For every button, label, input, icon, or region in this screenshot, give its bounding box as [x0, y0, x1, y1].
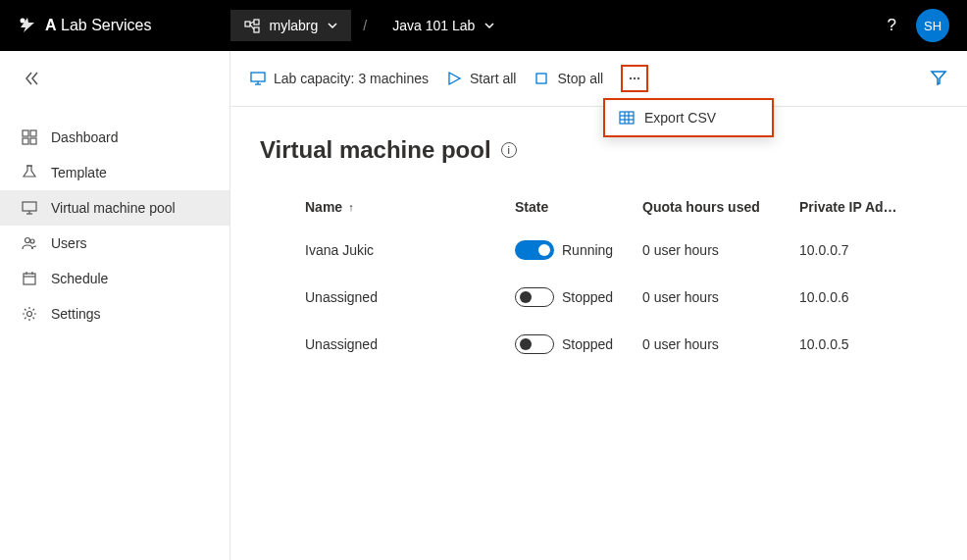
svg-rect-25	[536, 74, 546, 83]
breadcrumb-lab[interactable]: Java 101 Lab	[379, 10, 508, 41]
col-header-state[interactable]: State	[515, 199, 642, 215]
vm-state-cell: Stopped	[515, 287, 642, 307]
svg-point-28	[637, 77, 639, 79]
svg-point-26	[630, 77, 632, 79]
sort-asc-icon: ↑	[348, 201, 354, 213]
svg-point-27	[634, 77, 636, 79]
play-icon	[446, 71, 462, 86]
vm-table: Name ↑ State Quota hours used Private IP…	[260, 187, 938, 368]
svg-rect-9	[30, 138, 36, 144]
help-icon[interactable]: ?	[888, 16, 896, 35]
svg-rect-21	[251, 73, 265, 81]
svg-point-14	[25, 238, 30, 243]
svg-rect-6	[23, 130, 28, 136]
vm-state-cell: Stopped	[515, 334, 642, 354]
lab-capacity-button[interactable]: Lab capacity: 3 machines	[250, 71, 429, 86]
vm-quota: 0 user hours	[642, 289, 799, 305]
header-right: ? SH	[888, 9, 949, 42]
svg-marker-24	[449, 73, 460, 84]
collapse-sidebar-button[interactable]	[0, 59, 229, 102]
table-header: Name ↑ State Quota hours used Private IP…	[260, 187, 938, 227]
vm-name: Ivana Jukic	[260, 242, 515, 258]
sidebar-item-dashboard[interactable]: Dashboard	[0, 120, 229, 155]
chevron-down-icon	[484, 21, 494, 30]
svg-point-15	[30, 239, 34, 243]
svg-rect-2	[254, 20, 259, 25]
vm-toggle[interactable]	[515, 287, 554, 307]
svg-line-4	[250, 22, 254, 24]
page-title: Virtual machine pool i	[260, 136, 938, 164]
sidebar-item-settings[interactable]: Settings	[0, 296, 229, 331]
filter-icon	[930, 69, 947, 86]
vm-name: Unassigned	[260, 289, 515, 305]
vm-name: Unassigned	[260, 336, 515, 352]
sidebar-item-schedule[interactable]: Schedule	[0, 261, 229, 296]
sidebar-item-label: Dashboard	[51, 129, 119, 145]
sidebar-item-label: Virtual machine pool	[51, 200, 176, 216]
sidebar-item-label: Schedule	[51, 271, 108, 286]
svg-rect-30	[620, 112, 634, 124]
azure-icon	[18, 16, 37, 35]
col-header-quota[interactable]: Quota hours used	[642, 199, 799, 215]
monitor-icon	[250, 71, 266, 86]
vm-ip: 10.0.0.5	[799, 336, 938, 352]
breadcrumb-resource-group[interactable]: mylabrg	[230, 10, 352, 41]
sidebar-item-template[interactable]: Template	[0, 155, 229, 190]
start-all-button[interactable]: Start all	[446, 71, 516, 86]
table-row: Unassigned Stopped 0 user hours 10.0.0.6	[260, 274, 938, 321]
svg-point-20	[27, 312, 32, 317]
svg-point-0	[21, 19, 25, 24]
sidebar: Dashboard Template Virtual machine pool …	[0, 51, 230, 560]
content-area: Lab capacity: 3 machines Start all Stop …	[230, 51, 967, 560]
avatar[interactable]: SH	[916, 9, 949, 42]
context-menu: Export CSV	[603, 98, 774, 137]
resource-group-icon	[244, 18, 260, 33]
vm-quota: 0 user hours	[642, 242, 799, 258]
vm-ip: 10.0.0.7	[799, 242, 938, 258]
table-row: Ivana Jukic Running 0 user hours 10.0.0.…	[260, 227, 938, 274]
template-icon	[22, 165, 37, 180]
app-logo[interactable]: A Lab Services	[18, 16, 152, 35]
filter-button[interactable]	[930, 69, 947, 89]
export-csv-button[interactable]: Export CSV	[605, 100, 772, 135]
sidebar-item-label: Users	[51, 235, 87, 251]
svg-line-5	[250, 25, 254, 29]
sidebar-item-vmpool[interactable]: Virtual machine pool	[0, 190, 229, 226]
vm-toggle[interactable]	[515, 240, 554, 260]
vm-toggle[interactable]	[515, 334, 554, 354]
schedule-icon	[22, 271, 37, 286]
sidebar-item-users[interactable]: Users	[0, 226, 229, 261]
main-layout: Dashboard Template Virtual machine pool …	[0, 51, 967, 560]
svg-rect-3	[254, 27, 259, 32]
export-icon	[619, 110, 635, 126]
vm-ip: 10.0.0.6	[799, 289, 938, 305]
svg-rect-8	[23, 138, 28, 144]
svg-rect-7	[30, 130, 36, 136]
nav-list: Dashboard Template Virtual machine pool …	[0, 120, 229, 331]
app-header: A Lab Services mylabrg / Java 101 Lab ? …	[0, 0, 967, 51]
breadcrumb: mylabrg / Java 101 Lab	[230, 10, 509, 41]
vm-state-label: Stopped	[562, 336, 613, 352]
vm-quota: 0 user hours	[642, 336, 799, 352]
page-body: Virtual machine pool i Name ↑ State Quot…	[230, 107, 967, 397]
sidebar-item-label: Template	[51, 165, 107, 180]
info-icon[interactable]: i	[501, 142, 517, 158]
toolbar: Lab capacity: 3 machines Start all Stop …	[230, 51, 967, 107]
vm-state-cell: Running	[515, 240, 642, 260]
breadcrumb-separator: /	[363, 18, 367, 33]
svg-rect-1	[245, 22, 250, 26]
stop-all-button[interactable]: Stop all	[534, 71, 603, 86]
svg-marker-29	[932, 72, 945, 84]
vm-state-label: Running	[562, 242, 613, 258]
vm-icon	[22, 200, 37, 216]
col-header-name[interactable]: Name ↑	[260, 199, 515, 215]
more-options-button[interactable]	[621, 65, 648, 92]
ellipsis-icon	[628, 72, 641, 85]
col-header-ip[interactable]: Private IP Ad…	[799, 199, 938, 215]
sidebar-item-label: Settings	[51, 306, 101, 322]
svg-rect-11	[23, 202, 36, 211]
settings-icon	[22, 306, 37, 322]
stop-icon	[534, 71, 549, 86]
users-icon	[22, 235, 37, 251]
vm-state-label: Stopped	[562, 289, 613, 305]
